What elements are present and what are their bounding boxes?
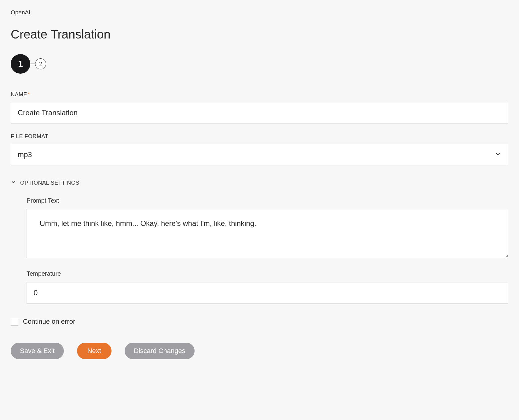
required-star-icon: * [28, 91, 30, 98]
name-input[interactable] [11, 102, 508, 123]
optional-settings-toggle[interactable]: OPTIONAL SETTINGS [11, 179, 508, 186]
next-button[interactable]: Next [77, 343, 111, 359]
breadcrumb-link[interactable]: OpenAI [11, 9, 30, 16]
file-format-select-wrapper: mp3 [11, 144, 508, 165]
discard-button[interactable]: Discard Changes [125, 343, 195, 359]
stepper: 1 2 [11, 54, 508, 74]
file-format-select[interactable]: mp3 [11, 144, 508, 165]
temperature-label: Temperature [27, 270, 508, 277]
file-format-group: FILE FORMAT mp3 [11, 133, 508, 165]
step-1[interactable]: 1 [11, 54, 30, 74]
continue-on-error-label: Continue on error [23, 318, 75, 326]
optional-settings-label: OPTIONAL SETTINGS [20, 180, 79, 186]
file-format-label: FILE FORMAT [11, 133, 508, 140]
save-exit-button[interactable]: Save & Exit [11, 343, 64, 359]
continue-on-error-row: Continue on error [11, 318, 508, 326]
step-2[interactable]: 2 [35, 58, 46, 69]
prompt-text-input[interactable]: Umm, let me think like, hmm... Okay, her… [27, 209, 508, 258]
button-row: Save & Exit Next Discard Changes [11, 343, 508, 359]
name-label-text: NAME [11, 91, 27, 98]
step-connector [30, 64, 35, 64]
continue-on-error-checkbox[interactable] [11, 318, 18, 326]
temperature-group: Temperature [27, 270, 508, 304]
name-label: NAME* [11, 91, 508, 98]
prompt-text-label: Prompt Text [27, 197, 508, 204]
page-title: Create Translation [11, 28, 508, 41]
prompt-text-group: Prompt Text Umm, let me think like, hmm.… [27, 197, 508, 259]
optional-settings-content: Prompt Text Umm, let me think like, hmm.… [11, 197, 508, 304]
temperature-input[interactable] [27, 282, 508, 304]
chevron-down-icon [11, 179, 16, 186]
name-group: NAME* [11, 91, 508, 123]
